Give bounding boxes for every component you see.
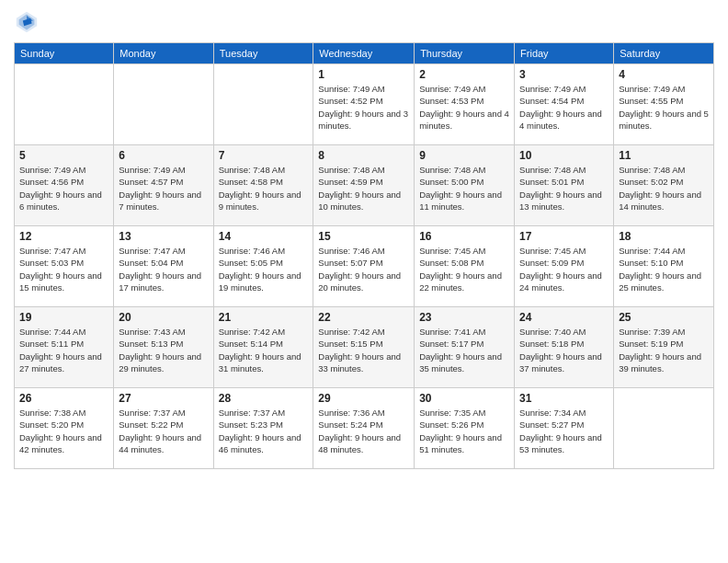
day-info: Sunrise: 7:37 AMSunset: 5:22 PMDaylight:…: [119, 407, 208, 455]
day-cell: 15Sunrise: 7:46 AMSunset: 5:07 PMDayligh…: [313, 226, 415, 307]
day-number: 23: [419, 311, 509, 324]
day-cell: 10Sunrise: 7:48 AMSunset: 5:01 PMDayligh…: [515, 145, 614, 226]
day-info: Sunrise: 7:49 AMSunset: 4:52 PMDaylight:…: [318, 83, 409, 132]
day-number: 19: [19, 311, 108, 324]
logo: [14, 9, 43, 35]
day-cell: 16Sunrise: 7:45 AMSunset: 5:08 PMDayligh…: [415, 226, 515, 307]
day-number: 10: [519, 149, 609, 162]
day-info: Sunrise: 7:49 AMSunset: 4:56 PMDaylight:…: [19, 164, 108, 213]
day-info: Sunrise: 7:42 AMSunset: 5:15 PMDaylight:…: [318, 326, 409, 374]
day-info: Sunrise: 7:46 AMSunset: 5:05 PMDaylight:…: [219, 245, 309, 293]
week-row-4: 19Sunrise: 7:44 AMSunset: 5:11 PMDayligh…: [15, 307, 714, 388]
day-number: 11: [619, 149, 709, 162]
day-number: 4: [619, 68, 709, 81]
day-info: Sunrise: 7:41 AMSunset: 5:17 PMDaylight:…: [419, 326, 509, 374]
day-number: 21: [219, 311, 309, 324]
day-number: 17: [519, 230, 609, 243]
day-number: 22: [318, 311, 409, 324]
day-cell: 2Sunrise: 7:49 AMSunset: 4:53 PMDaylight…: [415, 64, 515, 145]
day-cell: 8Sunrise: 7:48 AMSunset: 4:59 PMDaylight…: [313, 145, 415, 226]
weekday-header-saturday: Saturday: [614, 43, 714, 64]
day-cell: 4Sunrise: 7:49 AMSunset: 4:55 PMDaylight…: [614, 64, 714, 145]
day-cell: 26Sunrise: 7:38 AMSunset: 5:20 PMDayligh…: [15, 388, 114, 469]
weekday-header-wednesday: Wednesday: [313, 43, 415, 64]
day-info: Sunrise: 7:47 AMSunset: 5:04 PMDaylight:…: [119, 245, 208, 293]
day-info: Sunrise: 7:37 AMSunset: 5:23 PMDaylight:…: [219, 407, 309, 455]
day-number: 14: [219, 230, 309, 243]
day-info: Sunrise: 7:36 AMSunset: 5:24 PMDaylight:…: [318, 407, 409, 455]
day-cell: 18Sunrise: 7:44 AMSunset: 5:10 PMDayligh…: [614, 226, 714, 307]
day-info: Sunrise: 7:35 AMSunset: 5:26 PMDaylight:…: [419, 407, 509, 455]
calendar: SundayMondayTuesdayWednesdayThursdayFrid…: [14, 42, 714, 469]
day-number: 16: [419, 230, 509, 243]
day-number: 24: [519, 311, 609, 324]
day-info: Sunrise: 7:45 AMSunset: 5:09 PMDaylight:…: [519, 245, 609, 293]
day-cell: 29Sunrise: 7:36 AMSunset: 5:24 PMDayligh…: [313, 388, 415, 469]
day-info: Sunrise: 7:46 AMSunset: 5:07 PMDaylight:…: [318, 245, 409, 293]
day-cell: 23Sunrise: 7:41 AMSunset: 5:17 PMDayligh…: [415, 307, 515, 388]
day-number: 31: [519, 392, 609, 405]
day-number: 28: [219, 392, 309, 405]
weekday-header-tuesday: Tuesday: [213, 43, 313, 64]
day-cell: 13Sunrise: 7:47 AMSunset: 5:04 PMDayligh…: [114, 226, 213, 307]
day-cell: 12Sunrise: 7:47 AMSunset: 5:03 PMDayligh…: [15, 226, 114, 307]
day-info: Sunrise: 7:40 AMSunset: 5:18 PMDaylight:…: [519, 326, 609, 374]
day-cell: [15, 64, 114, 145]
day-number: 2: [419, 68, 509, 81]
day-cell: 31Sunrise: 7:34 AMSunset: 5:27 PMDayligh…: [515, 388, 614, 469]
day-info: Sunrise: 7:38 AMSunset: 5:20 PMDaylight:…: [19, 407, 108, 455]
day-cell: 6Sunrise: 7:49 AMSunset: 4:57 PMDaylight…: [114, 145, 213, 226]
day-number: 5: [19, 149, 108, 162]
day-cell: 27Sunrise: 7:37 AMSunset: 5:22 PMDayligh…: [114, 388, 213, 469]
day-number: 7: [219, 149, 309, 162]
day-cell: 19Sunrise: 7:44 AMSunset: 5:11 PMDayligh…: [15, 307, 114, 388]
header: [14, 9, 714, 35]
day-cell: 30Sunrise: 7:35 AMSunset: 5:26 PMDayligh…: [415, 388, 515, 469]
day-number: 1: [318, 68, 409, 81]
day-info: Sunrise: 7:34 AMSunset: 5:27 PMDaylight:…: [519, 407, 609, 455]
day-info: Sunrise: 7:49 AMSunset: 4:53 PMDaylight:…: [419, 83, 509, 132]
day-cell: 7Sunrise: 7:48 AMSunset: 4:58 PMDaylight…: [213, 145, 313, 226]
day-number: 29: [318, 392, 409, 405]
day-cell: 9Sunrise: 7:48 AMSunset: 5:00 PMDaylight…: [415, 145, 515, 226]
day-cell: 22Sunrise: 7:42 AMSunset: 5:15 PMDayligh…: [313, 307, 415, 388]
day-cell: 17Sunrise: 7:45 AMSunset: 5:09 PMDayligh…: [515, 226, 614, 307]
day-cell: 21Sunrise: 7:42 AMSunset: 5:14 PMDayligh…: [213, 307, 313, 388]
day-number: 20: [119, 311, 208, 324]
day-info: Sunrise: 7:39 AMSunset: 5:19 PMDaylight:…: [619, 326, 709, 374]
day-number: 3: [519, 68, 609, 81]
day-cell: 5Sunrise: 7:49 AMSunset: 4:56 PMDaylight…: [15, 145, 114, 226]
week-row-2: 5Sunrise: 7:49 AMSunset: 4:56 PMDaylight…: [15, 145, 714, 226]
day-info: Sunrise: 7:49 AMSunset: 4:55 PMDaylight:…: [619, 83, 709, 132]
day-cell: [614, 388, 714, 469]
day-number: 15: [318, 230, 409, 243]
day-cell: 3Sunrise: 7:49 AMSunset: 4:54 PMDaylight…: [515, 64, 614, 145]
weekday-header-monday: Monday: [114, 43, 213, 64]
day-number: 13: [119, 230, 208, 243]
day-info: Sunrise: 7:49 AMSunset: 4:54 PMDaylight:…: [519, 83, 609, 132]
day-number: 30: [419, 392, 509, 405]
day-number: 8: [318, 149, 409, 162]
weekday-header-sunday: Sunday: [15, 43, 114, 64]
day-number: 25: [619, 311, 709, 324]
day-cell: 24Sunrise: 7:40 AMSunset: 5:18 PMDayligh…: [515, 307, 614, 388]
day-info: Sunrise: 7:43 AMSunset: 5:13 PMDaylight:…: [119, 326, 208, 374]
day-cell: 1Sunrise: 7:49 AMSunset: 4:52 PMDaylight…: [313, 64, 415, 145]
week-row-5: 26Sunrise: 7:38 AMSunset: 5:20 PMDayligh…: [15, 388, 714, 469]
logo-icon: [14, 9, 40, 35]
weekday-header-thursday: Thursday: [415, 43, 515, 64]
day-cell: 28Sunrise: 7:37 AMSunset: 5:23 PMDayligh…: [213, 388, 313, 469]
day-cell: 14Sunrise: 7:46 AMSunset: 5:05 PMDayligh…: [213, 226, 313, 307]
day-cell: 11Sunrise: 7:48 AMSunset: 5:02 PMDayligh…: [614, 145, 714, 226]
weekday-header-row: SundayMondayTuesdayWednesdayThursdayFrid…: [15, 43, 714, 64]
day-info: Sunrise: 7:48 AMSunset: 5:01 PMDaylight:…: [519, 164, 609, 213]
day-info: Sunrise: 7:48 AMSunset: 4:59 PMDaylight:…: [318, 164, 409, 213]
day-info: Sunrise: 7:47 AMSunset: 5:03 PMDaylight:…: [19, 245, 108, 293]
day-info: Sunrise: 7:42 AMSunset: 5:14 PMDaylight:…: [219, 326, 309, 374]
day-info: Sunrise: 7:45 AMSunset: 5:08 PMDaylight:…: [419, 245, 509, 293]
day-number: 26: [19, 392, 108, 405]
day-info: Sunrise: 7:49 AMSunset: 4:57 PMDaylight:…: [119, 164, 208, 213]
week-row-1: 1Sunrise: 7:49 AMSunset: 4:52 PMDaylight…: [15, 64, 714, 145]
day-info: Sunrise: 7:48 AMSunset: 4:58 PMDaylight:…: [219, 164, 309, 213]
day-info: Sunrise: 7:48 AMSunset: 5:02 PMDaylight:…: [619, 164, 709, 213]
